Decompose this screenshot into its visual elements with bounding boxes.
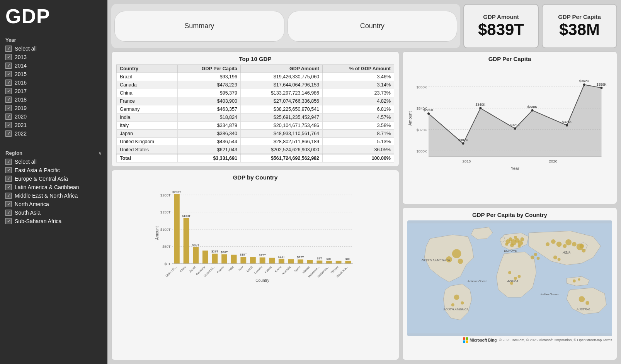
bar-india[interactable] — [231, 255, 237, 264]
year-item-2019[interactable]: ✓2019 — [5, 104, 102, 112]
year-item-2021[interactable]: ✓2021 — [5, 121, 102, 129]
svg-point-112 — [580, 244, 584, 249]
bar-brazil[interactable] — [250, 257, 256, 264]
table-cell-0: Italy — [117, 122, 178, 130]
svg-text:$320K: $320K — [417, 128, 427, 132]
year-check-2014[interactable]: ✓ — [5, 63, 12, 69]
bar-chart-title: GDP by Country — [116, 174, 394, 181]
bar-united-st...[interactable] — [174, 194, 180, 264]
top10-table: CountryGDP Per CapitaGDP Amount% of GDP … — [116, 64, 394, 163]
region-select-all-checkbox[interactable]: ✓ — [5, 159, 12, 165]
svg-text:Japan: Japan — [188, 265, 196, 273]
year-item-2013[interactable]: ✓2013 — [5, 53, 102, 61]
bar-japan[interactable] — [193, 247, 199, 264]
region-check-south-asia[interactable]: ✓ — [5, 210, 12, 216]
region-check-middle-east-and-north-africa[interactable]: ✓ — [5, 193, 12, 199]
year-item-2015[interactable]: ✓2015 — [5, 70, 102, 78]
tab-country[interactable]: Country — [288, 11, 458, 42]
bar-china[interactable] — [184, 218, 189, 264]
svg-text:AFRICA: AFRICA — [507, 279, 518, 283]
region-check-europe-and-central-asia[interactable]: ✓ — [5, 176, 12, 182]
region-item-north-america[interactable]: ✓North America — [5, 200, 102, 208]
svg-text:China: China — [179, 265, 187, 273]
bar-türkiye[interactable] — [336, 261, 342, 264]
year-check-2020[interactable]: ✓ — [5, 113, 12, 120]
region-item-south-asia[interactable]: ✓South Asia — [5, 208, 102, 217]
year-item-2020[interactable]: ✓2020 — [5, 112, 102, 121]
svg-text:Atlantic Ocean: Atlantic Ocean — [467, 279, 487, 283]
year-item-2016[interactable]: ✓2016 — [5, 78, 102, 87]
map-svg: NORTH AMERICAEUROPEASIAAtlantic OceanAFR… — [407, 220, 612, 336]
year-check-2018[interactable]: ✓ — [5, 97, 12, 103]
table-cell-2: $48,933,110,561,764 — [240, 130, 322, 138]
svg-text:Country: Country — [255, 278, 270, 283]
region-item-sub-saharan-africa[interactable]: ✓Sub-Saharan Africa — [5, 217, 102, 225]
region-item-east-asia-and-pacific[interactable]: ✓East Asia & Pacific — [5, 166, 102, 174]
bar-france[interactable] — [221, 254, 227, 264]
year-check-2021[interactable]: ✓ — [5, 122, 12, 128]
bar-indonesia...[interactable] — [316, 261, 322, 264]
svg-point-97 — [534, 253, 537, 256]
svg-point-56 — [462, 142, 464, 145]
svg-marker-53 — [429, 85, 602, 156]
bar-canada[interactable] — [260, 257, 265, 264]
region-item-latin-america-and-caribbean[interactable]: ✓Latin America & Caribbean — [5, 183, 102, 191]
bar-russia[interactable] — [269, 258, 275, 264]
region-check-east-asia-and-pacific[interactable]: ✓ — [5, 167, 12, 173]
year-item-2017[interactable]: ✓2017 — [5, 87, 102, 95]
bar-saudi-ara...[interactable] — [345, 261, 351, 264]
top-bar: Summary Country GDP Amount $839T GDP Per… — [111, 4, 617, 48]
region-item-middle-east-and-north-africa[interactable]: ✓Middle East & North Africa — [5, 191, 102, 200]
table-cell-2: $27,074,766,336,856 — [240, 97, 322, 105]
year-select-all-checkbox[interactable]: ✓ — [5, 46, 12, 52]
region-item-europe-and-central-asia[interactable]: ✓Europe & Central Asia — [5, 174, 102, 183]
th-%-of-gdp-amount: % of GDP Amount — [323, 65, 394, 73]
region-collapse-icon[interactable]: ∨ — [98, 150, 102, 156]
bing-logo: Microsoft Bing — [463, 337, 497, 343]
total-cell-1: $3,331,691 — [178, 154, 241, 163]
svg-text:$133T: $133T — [182, 214, 191, 218]
svg-text:$17T: $17T — [259, 254, 266, 257]
bar-germany[interactable] — [202, 251, 208, 264]
svg-text:$0T: $0T — [164, 262, 170, 266]
table-cell-1: $386,340 — [178, 130, 241, 138]
year-check-2016[interactable]: ✓ — [5, 80, 12, 86]
year-check-2022[interactable]: ✓ — [5, 130, 12, 137]
year-check-2013[interactable]: ✓ — [5, 54, 12, 60]
region-check-sub-saharan-africa[interactable]: ✓ — [5, 218, 12, 224]
svg-point-108 — [579, 296, 585, 302]
svg-text:$12T: $12T — [297, 256, 304, 259]
table-cell-3: 23.73% — [323, 89, 394, 97]
kpi-amount-label: GDP Amount — [483, 14, 519, 20]
line-chart-title: GDP Per Capita — [407, 56, 612, 62]
line-chart-panel: GDP Per Capita $300K$320K$340K$360KAmoun… — [402, 51, 617, 204]
bar-mexico[interactable] — [307, 260, 313, 264]
svg-text:$9T: $9T — [317, 257, 322, 260]
svg-text:$8T: $8T — [327, 257, 332, 261]
region-check-north-america[interactable]: ✓ — [5, 201, 12, 207]
year-check-2017[interactable]: ✓ — [5, 88, 12, 94]
year-item-2014[interactable]: ✓2014 — [5, 61, 102, 70]
tab-summary[interactable]: Summary — [114, 11, 284, 42]
region-select-all[interactable]: ✓ Select all — [5, 157, 102, 166]
svg-text:$19T: $19T — [240, 253, 247, 256]
bar-united-ki...[interactable] — [212, 254, 218, 264]
year-select-all[interactable]: ✓ Select all — [5, 44, 102, 53]
table-row: France$403,900$27,074,766,336,8564.82% — [117, 97, 394, 105]
svg-point-98 — [537, 257, 540, 260]
year-check-2015[interactable]: ✓ — [5, 71, 12, 77]
table-cell-0: India — [117, 113, 178, 122]
year-item-2022[interactable]: ✓2022 — [5, 129, 102, 138]
region-check-latin-america-and-caribbean[interactable]: ✓ — [5, 184, 12, 190]
svg-point-92 — [565, 239, 572, 245]
bar-netherlan...[interactable] — [326, 261, 332, 264]
bar-italy[interactable] — [240, 257, 246, 264]
bar-korea[interactable] — [279, 259, 284, 263]
svg-point-99 — [553, 256, 557, 259]
top10-panel: Top 10 GDP CountryGDP Per CapitaGDP Amou… — [111, 51, 399, 167]
bar-spain[interactable] — [298, 259, 303, 264]
year-check-2019[interactable]: ✓ — [5, 105, 12, 111]
year-item-2018[interactable]: ✓2018 — [5, 95, 102, 104]
bar-australia[interactable] — [288, 259, 294, 264]
table-row: Brazil$93,196$19,426,330,775,0603.46% — [117, 73, 394, 81]
